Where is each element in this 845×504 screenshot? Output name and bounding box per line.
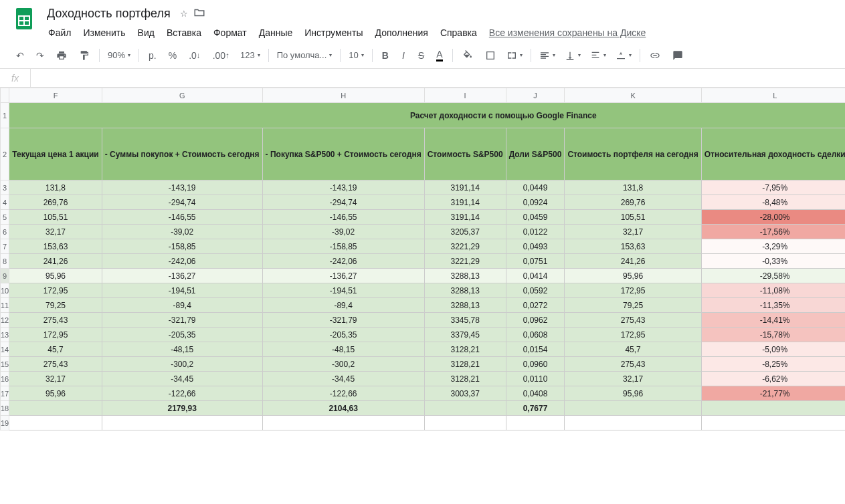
cell-I6[interactable]: 3205,37 <box>424 225 506 239</box>
row-header-15[interactable]: 15 <box>1 357 9 372</box>
cell-K16[interactable]: 32,17 <box>565 372 701 386</box>
green-header-3[interactable]: Стоимость S&P500 <box>424 128 506 180</box>
cell-F16[interactable]: 32,17 <box>9 372 102 386</box>
green-header-6[interactable]: Относительная доходность сделки <box>701 128 845 180</box>
cell-G16[interactable]: -34,45 <box>102 372 262 386</box>
green-header-5[interactable]: Стоимость портфеля на сегодня <box>565 128 701 180</box>
menu-Формат[interactable]: Формат <box>208 25 252 41</box>
star-icon[interactable]: ☆ <box>180 9 188 19</box>
green-header-2[interactable]: - Покупка S&P500 + Стоимость сегодня <box>262 128 424 180</box>
cell-G8[interactable]: -242,06 <box>102 254 262 269</box>
row-header-10[interactable]: 10 <box>1 283 9 298</box>
move-to-folder-icon[interactable] <box>193 7 205 21</box>
menu-Изменить[interactable]: Изменить <box>78 25 130 41</box>
cell-H7[interactable]: -158,85 <box>262 239 424 254</box>
row-header-2[interactable]: 2 <box>1 128 9 180</box>
strikethrough-button[interactable]: S <box>413 46 430 65</box>
total-J[interactable]: 0,7677 <box>506 401 565 416</box>
cell-K12[interactable]: 275,43 <box>565 313 701 328</box>
cell-L5[interactable]: -28,00% <box>701 210 845 225</box>
row-header-9[interactable]: 9 <box>1 269 9 283</box>
borders-button[interactable] <box>480 46 501 65</box>
text-wrap-button[interactable] <box>586 47 610 64</box>
green-header-1[interactable]: - Суммы покупок + Стоимость сегодня <box>102 128 262 180</box>
row-header-3[interactable]: 3 <box>1 180 9 195</box>
text-color-button[interactable]: A <box>431 45 448 66</box>
menu-Файл[interactable]: Файл <box>43 25 76 41</box>
cell-L14[interactable]: -5,09% <box>701 342 845 357</box>
cell-F9[interactable]: 95,96 <box>9 269 102 283</box>
cell-J15[interactable]: 0,0960 <box>506 357 565 372</box>
cell-I16[interactable]: 3128,21 <box>424 372 506 386</box>
cell-H12[interactable]: -321,79 <box>262 313 424 328</box>
cell-G13[interactable]: -205,35 <box>102 328 262 342</box>
cell-J5[interactable]: 0,0459 <box>506 210 565 225</box>
cell-F3[interactable]: 131,8 <box>9 180 102 195</box>
fill-color-button[interactable] <box>457 46 478 65</box>
row-header-6[interactable]: 6 <box>1 225 9 239</box>
cell-K10[interactable]: 172,95 <box>565 283 701 298</box>
redo-button[interactable]: ↷ <box>31 46 50 65</box>
cell-K4[interactable]: 269,76 <box>565 195 701 210</box>
font-dropdown[interactable]: По умолча... <box>273 47 337 63</box>
text-rotation-button[interactable] <box>612 47 636 64</box>
col-header-K[interactable]: K <box>565 88 701 103</box>
cell-F5[interactable]: 105,51 <box>9 210 102 225</box>
cell-I9[interactable]: 3288,13 <box>424 269 506 283</box>
cell-G10[interactable]: -194,51 <box>102 283 262 298</box>
cell-K6[interactable]: 32,17 <box>565 225 701 239</box>
cell-G3[interactable]: -143,19 <box>102 180 262 195</box>
cell-J16[interactable]: 0,0110 <box>506 372 565 386</box>
cell-I15[interactable]: 3128,21 <box>424 357 506 372</box>
insert-comment-button[interactable] <box>667 46 688 65</box>
cell-I3[interactable]: 3191,14 <box>424 180 506 195</box>
cell-H17[interactable]: -122,66 <box>262 386 424 401</box>
cell-J17[interactable]: 0,0408 <box>506 386 565 401</box>
cell-F12[interactable]: 275,43 <box>9 313 102 328</box>
print-button[interactable] <box>51 46 72 65</box>
row-header-13[interactable]: 13 <box>1 328 9 342</box>
row-header-8[interactable]: 8 <box>1 254 9 269</box>
cell-G6[interactable]: -39,02 <box>102 225 262 239</box>
col-header-F[interactable]: F <box>9 88 102 103</box>
cell-K9[interactable]: 95,96 <box>565 269 701 283</box>
cell-F15[interactable]: 275,43 <box>9 357 102 372</box>
cell-K7[interactable]: 153,63 <box>565 239 701 254</box>
cell-J4[interactable]: 0,0924 <box>506 195 565 210</box>
col-header-L[interactable]: L <box>701 88 845 103</box>
cell-G17[interactable]: -122,66 <box>102 386 262 401</box>
currency-button[interactable]: р. <box>143 46 162 65</box>
col-header-J[interactable]: J <box>506 88 565 103</box>
cell-L11[interactable]: -11,35% <box>701 298 845 313</box>
cell-J14[interactable]: 0,0154 <box>506 342 565 357</box>
zoom-dropdown[interactable]: 90% <box>104 47 134 63</box>
cell-J10[interactable]: 0,0592 <box>506 283 565 298</box>
cell-K3[interactable]: 131,8 <box>565 180 701 195</box>
cell-L4[interactable]: -8,48% <box>701 195 845 210</box>
green-header-0[interactable]: Текущая цена 1 акции <box>9 128 102 180</box>
cell-K17[interactable]: 95,96 <box>565 386 701 401</box>
cell-L15[interactable]: -8,25% <box>701 357 845 372</box>
cell-J11[interactable]: 0,0272 <box>506 298 565 313</box>
cell-L17[interactable]: -21,77% <box>701 386 845 401</box>
cell-F14[interactable]: 45,7 <box>9 342 102 357</box>
cell-H8[interactable]: -242,06 <box>262 254 424 269</box>
menu-Вставка[interactable]: Вставка <box>161 25 207 41</box>
doc-title[interactable]: Доходность портфеля <box>43 5 175 22</box>
italic-button[interactable]: I <box>395 46 411 65</box>
undo-button[interactable]: ↶ <box>11 46 29 65</box>
cell-L12[interactable]: -14,41% <box>701 313 845 328</box>
cell-F4[interactable]: 269,76 <box>9 195 102 210</box>
cell-G4[interactable]: -294,74 <box>102 195 262 210</box>
cell-K14[interactable]: 45,7 <box>565 342 701 357</box>
horizontal-align-button[interactable] <box>535 47 559 64</box>
row-header-16[interactable]: 16 <box>1 372 9 386</box>
cell-H6[interactable]: -39,02 <box>262 225 424 239</box>
cell-F8[interactable]: 241,26 <box>9 254 102 269</box>
cell-H14[interactable]: -48,15 <box>262 342 424 357</box>
cell-G14[interactable]: -48,15 <box>102 342 262 357</box>
total-G[interactable]: 2179,93 <box>102 401 262 416</box>
row-header-11[interactable]: 11 <box>1 298 9 313</box>
insert-link-button[interactable] <box>644 46 666 65</box>
number-format-dropdown[interactable]: 123 <box>236 47 264 63</box>
